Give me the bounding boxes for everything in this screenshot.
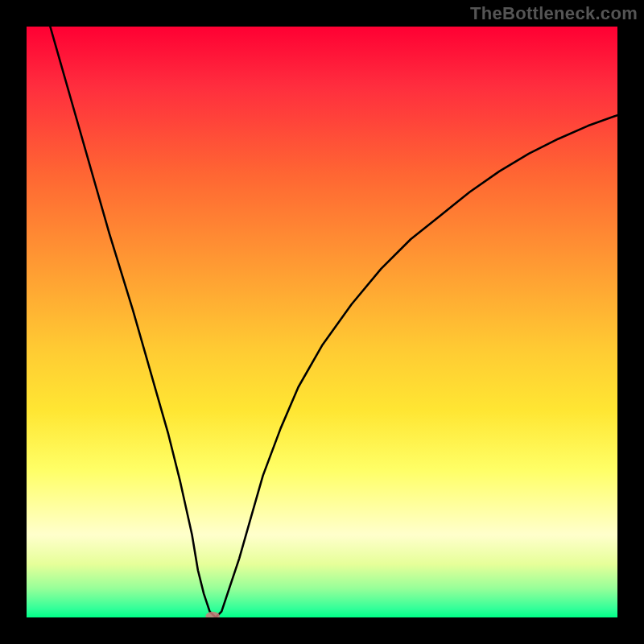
bottleneck-curve bbox=[50, 27, 617, 617]
plot-area bbox=[27, 27, 617, 617]
curve-svg bbox=[27, 27, 617, 617]
chart-container: TheBottleneck.com bbox=[0, 0, 644, 644]
minimum-marker bbox=[205, 612, 220, 617]
watermark-text: TheBottleneck.com bbox=[470, 3, 638, 24]
